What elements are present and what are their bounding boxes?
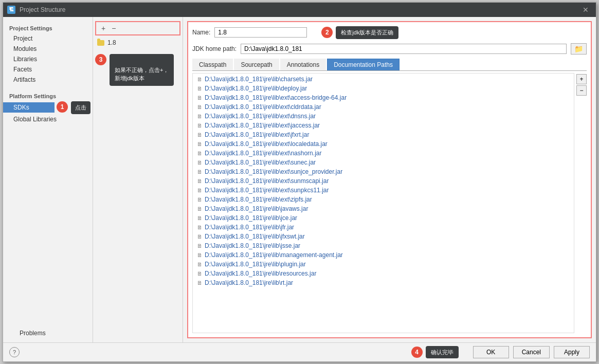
file-list-item[interactable]: 🗎D:\Java\jdk1.8.0_181\jre\lib\javaws.jar <box>193 204 574 213</box>
file-list-item[interactable]: 🗎D:\Java\jdk1.8.0_181\jre\lib\jfxswt.jar <box>193 232 574 241</box>
file-jar-icon: 🗎 <box>197 150 203 156</box>
browse-button[interactable]: 📁 <box>571 43 587 54</box>
file-list-item[interactable]: 🗎D:\Java\jdk1.8.0_181\jre\lib\ext\sunmsc… <box>193 176 574 186</box>
file-list-area: 🗎D:\Java\jdk1.8.0_181\jre\lib\charsets.j… <box>192 73 587 333</box>
remove-file-button[interactable]: − <box>576 85 587 96</box>
close-button[interactable]: ✕ <box>579 5 592 15</box>
file-jar-icon: 🗎 <box>197 280 203 286</box>
jdk-path-input[interactable] <box>241 44 567 54</box>
file-list-item[interactable]: 🗎D:\Java\jdk1.8.0_181\jre\lib\ext\zipfs.… <box>193 195 574 204</box>
sdk-list-item-1.8[interactable]: 1.8 <box>93 38 183 48</box>
file-jar-icon: 🗎 <box>197 243 203 249</box>
cancel-button[interactable]: Cancel <box>513 346 550 358</box>
add-sdk-button[interactable]: + <box>99 24 107 32</box>
file-jar-icon: 🗎 <box>197 85 203 92</box>
annotation-box-4: 确认完毕 <box>426 346 459 359</box>
file-list-item[interactable]: 🗎D:\Java\jdk1.8.0_181\jre\lib\ext\nashor… <box>193 149 574 158</box>
tabs-row: Classpath Sourcepath Annotations Documen… <box>192 59 587 71</box>
file-list-item[interactable]: 🗎D:\Java\jdk1.8.0_181\jre\lib\rt.jar <box>193 278 574 287</box>
apply-button[interactable]: Apply <box>554 346 590 358</box>
file-jar-icon: 🗎 <box>197 76 203 82</box>
file-jar-icon: 🗎 <box>197 215 203 221</box>
file-jar-icon: 🗎 <box>197 261 203 267</box>
annotation-2-area: 2 检查jdk版本是否正确 <box>321 26 398 39</box>
app-icon: 🏗 <box>7 6 15 14</box>
jdk-path-label: JDK home path: <box>192 45 237 52</box>
file-jar-icon: 🗎 <box>197 270 203 277</box>
content-area: Project Settings Project Modules Librari… <box>3 17 596 342</box>
file-jar-icon: 🗎 <box>197 159 203 166</box>
file-jar-icon: 🗎 <box>197 196 203 203</box>
file-list-item[interactable]: 🗎D:\Java\jdk1.8.0_181\jre\lib\ext\cldrda… <box>193 102 574 112</box>
annotation-bubble-2: 2 <box>321 27 333 38</box>
file-list-item[interactable]: 🗎D:\Java\jdk1.8.0_181\jre\lib\jsse.jar <box>193 241 574 250</box>
file-jar-icon: 🗎 <box>197 224 203 230</box>
sidebar-item-global-libraries[interactable]: Global Libraries <box>3 114 93 124</box>
file-jar-icon: 🗎 <box>197 169 203 175</box>
tab-classpath[interactable]: Classpath <box>192 59 233 70</box>
folder-icon <box>97 40 104 46</box>
annotation-4-area: 4 确认完毕 <box>411 346 459 359</box>
tab-documentation-paths[interactable]: Documentation Paths <box>327 59 400 70</box>
file-list[interactable]: 🗎D:\Java\jdk1.8.0_181\jre\lib\charsets.j… <box>192 73 574 333</box>
file-list-item[interactable]: 🗎D:\Java\jdk1.8.0_181\jre\lib\management… <box>193 250 574 260</box>
sidebar-item-project[interactable]: Project <box>3 33 93 44</box>
nav-toolbar: + − <box>95 21 180 35</box>
file-list-item[interactable]: 🗎D:\Java\jdk1.8.0_181\jre\lib\ext\jacces… <box>193 121 574 130</box>
sdk-item-label: 1.8 <box>107 39 116 46</box>
annotation-bubble-3: 3 <box>95 54 106 65</box>
sidebar-item-problems[interactable]: Problems <box>9 328 86 338</box>
file-list-item[interactable]: 🗎D:\Java\jdk1.8.0_181\jre\lib\jce.jar <box>193 213 574 223</box>
project-settings-header: Project Settings <box>3 23 93 33</box>
annotation-3-area: 3 如果不正确，点击+， 新增jdk版本 <box>93 48 183 86</box>
file-jar-icon: 🗎 <box>197 233 203 240</box>
sidebar: Project Settings Project Modules Librari… <box>3 17 93 342</box>
file-jar-icon: 🗎 <box>197 178 203 184</box>
sidebar-item-sdks[interactable]: SDKs <box>3 102 55 113</box>
file-list-item[interactable]: 🗎D:\Java\jdk1.8.0_181\jre\lib\ext\sunpkc… <box>193 186 574 195</box>
sdk-name-input[interactable] <box>214 27 307 38</box>
file-list-item[interactable]: 🗎D:\Java\jdk1.8.0_181\jre\lib\plugin.jar <box>193 260 574 269</box>
help-button[interactable]: ? <box>9 347 20 357</box>
platform-settings-header: Platform Settings <box>3 91 93 101</box>
bottom-bar: ? 4 确认完毕 OK Cancel Apply <box>3 342 596 362</box>
list-action-buttons: + − <box>574 73 587 333</box>
file-jar-icon: 🗎 <box>197 187 203 193</box>
file-list-item[interactable]: 🗎D:\Java\jdk1.8.0_181\jre\lib\ext\dnsns.… <box>193 112 574 121</box>
sdk-name-row: Name: 2 检查jdk版本是否正确 <box>192 26 587 39</box>
file-list-item[interactable]: 🗎D:\Java\jdk1.8.0_181\jre\lib\jfr.jar <box>193 223 574 232</box>
name-label: Name: <box>192 29 210 36</box>
sidebar-item-modules[interactable]: Modules <box>3 44 93 54</box>
dialog-title: Project Structure <box>20 6 579 13</box>
annotation-box-3: 如果不正确，点击+， 新增jdk版本 <box>110 54 174 86</box>
file-jar-icon: 🗎 <box>197 252 203 258</box>
file-jar-icon: 🗎 <box>197 122 203 129</box>
sidebar-item-artifacts[interactable]: Artifacts <box>3 75 93 85</box>
sidebar-item-facets[interactable]: Facets <box>3 64 93 75</box>
annotation-box-1: 点击 <box>71 101 90 114</box>
file-list-item[interactable]: 🗎D:\Java\jdk1.8.0_181\jre\lib\ext\access… <box>193 93 574 102</box>
ok-button[interactable]: OK <box>473 346 509 358</box>
file-list-item[interactable]: 🗎D:\Java\jdk1.8.0_181\jre\lib\ext\jfxrt.… <box>193 130 574 139</box>
file-jar-icon: 🗎 <box>197 95 203 101</box>
file-list-item[interactable]: 🗎D:\Java\jdk1.8.0_181\jre\lib\ext\sunjce… <box>193 167 574 176</box>
annotation-box-2: 检查jdk版本是否正确 <box>336 26 398 39</box>
main-content: Name: 2 检查jdk版本是否正确 JDK home path: 📁 <box>183 17 596 342</box>
title-bar: 🏗 Project Structure ✕ <box>3 3 596 17</box>
jdk-path-row: JDK home path: 📁 <box>192 43 587 54</box>
add-file-button[interactable]: + <box>576 74 587 84</box>
file-list-item[interactable]: 🗎D:\Java\jdk1.8.0_181\jre\lib\charsets.j… <box>193 75 574 84</box>
file-jar-icon: 🗎 <box>197 104 203 110</box>
file-list-item[interactable]: 🗎D:\Java\jdk1.8.0_181\jre\lib\deploy.jar <box>193 84 574 93</box>
file-jar-icon: 🗎 <box>197 206 203 212</box>
file-list-item[interactable]: 🗎D:\Java\jdk1.8.0_181\jre\lib\resources.… <box>193 269 574 278</box>
tab-sourcepath[interactable]: Sourcepath <box>234 59 279 70</box>
file-list-item[interactable]: 🗎D:\Java\jdk1.8.0_181\jre\lib\ext\locale… <box>193 139 574 149</box>
project-structure-dialog: 🏗 Project Structure ✕ Project Settings P… <box>3 2 596 362</box>
sidebar-item-libraries[interactable]: Libraries <box>3 54 93 64</box>
tab-annotations[interactable]: Annotations <box>280 59 326 70</box>
annotation-bubble-4: 4 <box>411 347 423 358</box>
file-list-item[interactable]: 🗎D:\Java\jdk1.8.0_181\jre\lib\ext\sunec.… <box>193 158 574 167</box>
file-jar-icon: 🗎 <box>197 132 203 138</box>
remove-sdk-button[interactable]: − <box>110 24 118 32</box>
